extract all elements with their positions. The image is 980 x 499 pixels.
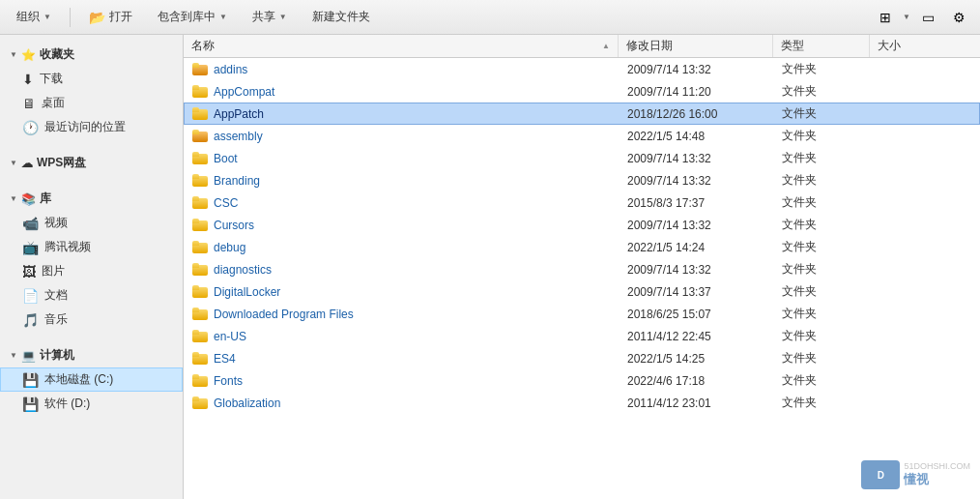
watermark-text: 51DOHSHI.COM 懂视: [904, 461, 970, 488]
file-name-cell: AppCompat: [185, 83, 620, 101]
organize-button[interactable]: 组织 ▼: [8, 5, 60, 29]
library-header[interactable]: ▼ 📚 库: [0, 187, 183, 211]
file-date-cell: 2011/4/12 22:45: [620, 328, 774, 345]
share-button[interactable]: 共享 ▼: [244, 5, 296, 29]
table-row[interactable]: assembly 2022/1/5 14:48 文件夹: [184, 125, 980, 147]
col-size-header[interactable]: 大小: [870, 35, 980, 57]
table-row[interactable]: Branding 2009/7/14 13:32 文件夹: [184, 169, 980, 191]
file-name-cell: Branding: [185, 172, 620, 190]
table-row[interactable]: Downloaded Program Files 2018/6/25 15:07…: [184, 303, 980, 325]
file-size-cell: [871, 312, 979, 316]
file-type-cell: 文件夹: [774, 192, 871, 213]
computer-header[interactable]: ▼ 💻 计算机: [0, 343, 183, 367]
file-type-cell: 文件夹: [774, 259, 871, 279]
table-row[interactable]: Cursors 2009/7/14 13:32 文件夹: [184, 214, 980, 236]
col-name-header[interactable]: 名称 ▲: [184, 35, 619, 57]
table-row[interactable]: diagnostics 2009/7/14 13:32 文件夹: [184, 258, 980, 280]
file-name: addins: [214, 63, 247, 76]
file-name-cell: DigitalLocker: [185, 283, 620, 301]
include-library-button[interactable]: 包含到库中 ▼: [149, 5, 236, 29]
preview-button[interactable]: ▭: [914, 6, 941, 29]
sidebar-divider-1: [0, 143, 183, 151]
file-date-cell: 2009/7/14 11:20: [620, 83, 774, 101]
file-name-cell: Fonts: [185, 372, 620, 390]
view-dropdown-arrow: ▼: [903, 13, 910, 21]
table-row[interactable]: AppCompat 2009/7/14 11:20 文件夹: [184, 80, 980, 103]
col-date-header[interactable]: 修改日期: [619, 35, 773, 57]
include-library-label: 包含到库中: [158, 9, 216, 25]
library-label: 库: [40, 191, 51, 207]
sidebar-item-desktop[interactable]: 🖥 桌面: [0, 91, 183, 115]
wps-section: ▼ ☁ WPS网盘: [0, 151, 183, 175]
folder-icon: [192, 130, 208, 142]
file-name: Globalization: [214, 396, 280, 410]
file-date-cell: 2011/4/12 23:01: [620, 395, 774, 412]
sidebar-item-video[interactable]: 📹 视频: [0, 211, 183, 235]
col-name-sort: ▲: [602, 42, 610, 50]
tencent-video-icon: 📺: [22, 240, 39, 255]
sidebar-item-recent[interactable]: 🕐 最近访问的位置: [0, 115, 183, 139]
toolbar-divider-1: [70, 8, 71, 27]
sidebar-item-d-drive[interactable]: 💾 软件 (D:): [0, 392, 183, 416]
table-row[interactable]: ES4 2022/1/5 14:25 文件夹: [184, 347, 980, 369]
d-drive-label: 软件 (D:): [44, 396, 90, 412]
file-name-cell: en-US: [185, 328, 620, 345]
table-row[interactable]: DigitalLocker 2009/7/14 13:37 文件夹: [184, 280, 980, 303]
file-type-cell: 文件夹: [774, 215, 871, 235]
file-type-cell: 文件夹: [774, 348, 871, 368]
table-row[interactable]: Boot 2009/7/14 13:32 文件夹: [184, 147, 980, 169]
file-name-cell: Downloaded Program Files: [185, 306, 620, 323]
file-name-cell: Globalization: [185, 395, 620, 412]
wps-arrow: ▼: [10, 159, 17, 167]
table-row[interactable]: Fonts 2022/4/6 17:18 文件夹: [184, 369, 980, 392]
file-size-cell: [871, 157, 979, 161]
folder-icon: [192, 152, 208, 164]
share-arrow: ▼: [279, 13, 287, 21]
open-icon: 📂: [89, 10, 105, 25]
open-button[interactable]: 📂 打开: [80, 5, 141, 29]
pictures-icon: 🖼: [22, 264, 36, 279]
table-row[interactable]: debug 2022/1/5 14:24 文件夹: [184, 236, 980, 258]
file-type-cell: 文件夹: [774, 126, 871, 146]
col-date-label: 修改日期: [626, 39, 673, 52]
favorites-header[interactable]: ▼ ⭐ 收藏夹: [0, 43, 183, 67]
help-button[interactable]: ⚙: [945, 6, 972, 29]
table-row[interactable]: addins 2009/7/14 13:32 文件夹: [184, 58, 980, 80]
sidebar-item-pictures[interactable]: 🖼 图片: [0, 259, 183, 283]
main-container: ▼ ⭐ 收藏夹 ⬇ 下载 🖥 桌面 🕐 最近访问的位置 ▼ ☁ WPS网盘: [0, 35, 980, 499]
table-row[interactable]: CSC 2015/8/3 17:37 文件夹: [184, 191, 980, 214]
music-label: 音乐: [44, 311, 68, 328]
file-name: assembly: [214, 130, 263, 143]
sidebar-item-c-drive[interactable]: 💾 本地磁盘 (C:): [0, 367, 183, 392]
sidebar-item-music[interactable]: 🎵 音乐: [0, 308, 183, 332]
download-icon: ⬇: [22, 72, 34, 87]
folder-icon: [192, 352, 208, 365]
file-list: addins 2009/7/14 13:32 文件夹 AppCompat 200…: [184, 58, 980, 499]
file-type-cell: 文件夹: [774, 281, 871, 302]
wps-label: WPS网盘: [37, 155, 86, 171]
new-folder-button[interactable]: 新建文件夹: [303, 5, 379, 29]
col-type-header[interactable]: 类型: [773, 35, 870, 57]
open-label: 打开: [109, 9, 132, 25]
wps-header[interactable]: ▼ ☁ WPS网盘: [0, 151, 183, 175]
folder-icon: [192, 241, 208, 253]
file-name: Boot: [214, 152, 238, 165]
file-date-cell: 2009/7/14 13:32: [620, 172, 774, 190]
sidebar-item-documents[interactable]: 📄 文档: [0, 283, 183, 308]
file-type-cell: 文件夹: [774, 237, 871, 257]
c-drive-icon: 💾: [22, 372, 39, 388]
file-type-cell: 文件夹: [774, 170, 871, 191]
view-toggle-button[interactable]: ⊞: [872, 6, 899, 29]
file-size-cell: [871, 268, 979, 272]
file-name: ES4: [214, 352, 236, 366]
sidebar-divider-2: [0, 179, 183, 187]
sidebar-item-tencent-video[interactable]: 📺 腾讯视频: [0, 235, 183, 259]
sidebar-item-download[interactable]: ⬇ 下载: [0, 67, 183, 91]
folder-icon: [192, 374, 208, 387]
file-size-cell: [871, 401, 979, 405]
table-row[interactable]: en-US 2011/4/12 22:45 文件夹: [184, 325, 980, 347]
table-row[interactable]: Globalization 2011/4/12 23:01 文件夹: [184, 392, 980, 414]
file-date-cell: 2015/8/3 17:37: [620, 194, 774, 212]
file-name-cell: diagnostics: [185, 261, 620, 279]
table-row[interactable]: AppPatch 2018/12/26 16:00 文件夹: [184, 103, 980, 125]
